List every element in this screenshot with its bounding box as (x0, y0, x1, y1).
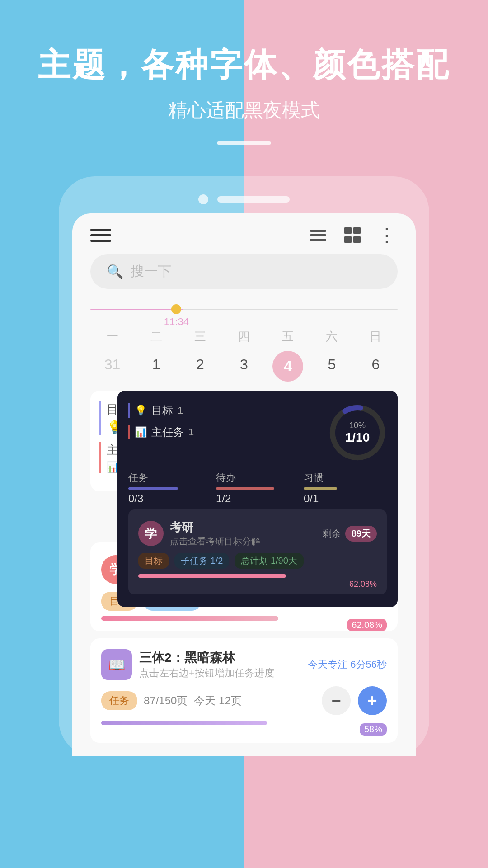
dark-remaining-badge: 89天 (345, 526, 377, 542)
hamburger-line-2 (90, 234, 111, 236)
weekday-sat: 六 (310, 329, 354, 344)
book-plus-button[interactable]: + (358, 686, 387, 715)
dark-main-task-item: 📊 主任务 1 (128, 425, 194, 439)
book-today-pages: 今天 12页 (194, 693, 241, 708)
dark-task-label: 任务 (128, 471, 211, 485)
phone-camera (198, 194, 208, 204)
dark-todo-label: 待办 (216, 471, 299, 485)
weekday-wed: 三 (178, 329, 222, 344)
dark-habit-item: 习惯 0/1 (304, 471, 387, 505)
dark-task-bar (128, 487, 178, 490)
weekday-sun: 日 (354, 329, 398, 344)
list-view-button[interactable] (307, 227, 329, 243)
book-pct-label: 58% (360, 723, 387, 736)
svg-rect-0 (310, 230, 326, 232)
svg-rect-6 (353, 236, 361, 243)
dark-goal-icon: 💡 (135, 405, 147, 416)
book-tags-row: 任务 87/150页 今天 12页 − + (101, 686, 387, 715)
dark-todo-item: 待办 1/2 (216, 471, 299, 505)
phone-mockup: ⋮ 🔍 搜一下 11:34 一 二 三 四 五 (59, 176, 429, 756)
book-progress-area: 58% (101, 721, 387, 736)
hamburger-menu-button[interactable] (90, 229, 111, 242)
hamburger-line-1 (90, 229, 111, 231)
kaoyan-progress-area: 62.08% (101, 616, 387, 631)
cal-date-1[interactable]: 1 (134, 351, 178, 382)
cal-date-3[interactable]: 3 (222, 351, 266, 382)
dark-stats-panel: 💡 目标 1 📊 主任务 1 (117, 391, 398, 607)
dark-tag-goal: 目标 (138, 553, 169, 569)
more-options-button[interactable]: ⋮ (376, 227, 398, 243)
dark-habit-bar (304, 487, 337, 490)
search-icon: 🔍 (107, 264, 123, 279)
circle-progress: 10% 1/10 (328, 403, 387, 462)
kaoyan-light-pct: 62.08% (347, 619, 387, 631)
book-minus-button[interactable]: − (322, 686, 351, 715)
dark-kaoyan-avatar: 学 (138, 521, 164, 546)
stats-area: 目标 💡 1 主任务 📊 1 任务 0/3 (90, 391, 398, 535)
book-avatar: 📖 (101, 649, 132, 680)
header-section: 主题，各种字体、颜色搭配 精心适配黑夜模式 (38, 0, 450, 163)
toolbar-row: ⋮ (90, 227, 398, 243)
grid-view-button[interactable] (342, 227, 363, 243)
dark-kaoyan-left: 学 考研 点击查看考研目标分解 (138, 519, 260, 547)
dark-task-val: 0/3 (128, 492, 211, 505)
circle-progress-text: 10% 1/10 (345, 421, 370, 445)
dark-todo-val: 1/2 (216, 492, 299, 505)
dark-goal-val: 1 (178, 405, 183, 416)
weekday-tue: 二 (134, 329, 178, 344)
cal-date-5[interactable]: 5 (310, 351, 354, 382)
cal-date-4-today[interactable]: 4 (272, 351, 303, 382)
cal-date-31[interactable]: 31 (90, 351, 134, 382)
dark-tag-plan: 总计划 1/90天 (235, 553, 303, 569)
book-card[interactable]: 📖 三体2：黑暗森林 点击左右边+按钮增加任务进度 今天专注 6分56秒 任务 … (90, 638, 398, 743)
dark-todo-bar (216, 487, 274, 490)
search-placeholder: 搜一下 (131, 262, 171, 281)
calendar-dates: 31 1 2 3 4 5 6 (90, 351, 398, 382)
phone-speaker (217, 196, 290, 203)
search-bar[interactable]: 🔍 搜一下 (90, 254, 398, 289)
circle-val: 1/10 (345, 430, 370, 445)
hamburger-line-3 (90, 240, 111, 242)
svg-rect-3 (344, 227, 352, 234)
dark-remaining-label: 剩余 (323, 528, 341, 540)
dark-kaoyan-right: 剩余 89天 (323, 526, 377, 542)
svg-rect-4 (353, 227, 361, 234)
dark-main-task-val: 1 (188, 426, 194, 438)
timeline-bar: 11:34 (90, 302, 398, 316)
kaoyan-light-bar (101, 616, 278, 621)
dark-kaoyan-title: 考研 (170, 519, 260, 535)
dark-stat-row: 💡 目标 1 📊 主任务 1 (128, 403, 387, 462)
weekday-thu: 四 (222, 329, 266, 344)
timeline-time: 11:34 (164, 316, 189, 328)
dark-goal-label: 目标 (151, 403, 173, 418)
calendar-weekdays: 一 二 三 四 五 六 日 (90, 329, 398, 344)
header-divider (217, 141, 271, 145)
dark-habit-label: 习惯 (304, 471, 387, 485)
book-card-bottom-spacer (101, 736, 387, 743)
dark-kaoyan-info: 考研 点击查看考研目标分解 (170, 519, 260, 547)
book-header: 📖 三体2：黑暗森林 点击左右边+按钮增加任务进度 今天专注 6分56秒 (101, 649, 387, 680)
dark-kaoyan-desc: 点击查看考研目标分解 (170, 535, 260, 547)
dark-task-item: 任务 0/3 (128, 471, 211, 505)
weekday-mon: 一 (90, 329, 134, 344)
svg-rect-1 (310, 234, 326, 236)
cal-date-2[interactable]: 2 (178, 351, 222, 382)
timeline-dot (171, 304, 181, 314)
book-pages: 87/150页 (144, 693, 188, 708)
dark-kaoyan-tags: 目标 子任务 1/2 总计划 1/90天 (138, 553, 377, 569)
book-left: 📖 三体2：黑暗森林 点击左右边+按钮增加任务进度 (101, 649, 274, 680)
dark-kaoyan-card[interactable]: 学 考研 点击查看考研目标分解 剩余 89天 (128, 509, 387, 594)
dark-goal-item: 💡 目标 1 (128, 403, 194, 418)
dark-tag-subtask: 子任务 1/2 (174, 553, 229, 569)
book-progress-bar (101, 721, 267, 725)
svg-rect-5 (344, 236, 352, 243)
header-title: 主题，各种字体、颜色搭配 (38, 45, 450, 84)
phone-top-bar (72, 194, 416, 204)
book-counter-btns: − + (322, 686, 387, 715)
dark-stat-left: 💡 目标 1 📊 主任务 1 (128, 403, 194, 439)
book-title: 三体2：黑暗森林 (139, 649, 274, 666)
cal-date-6[interactable]: 6 (354, 351, 398, 382)
dark-kaoyan-pct: 62.08% (138, 580, 377, 589)
dark-main-task-icon: 📊 (135, 426, 147, 438)
svg-rect-2 (310, 239, 326, 241)
